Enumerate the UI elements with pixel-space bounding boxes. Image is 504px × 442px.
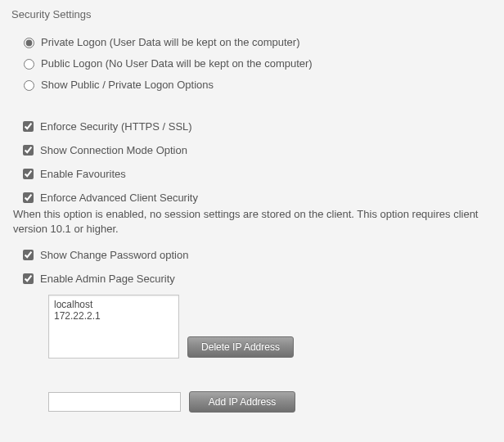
ip-address-input[interactable] <box>48 392 181 412</box>
enforce-adv-client-checkbox[interactable] <box>23 192 34 203</box>
enforce-security-label: Enforce Security (HTTPS / SSL) <box>40 120 192 133</box>
show-change-pw-checkbox[interactable] <box>23 250 34 260</box>
add-ip-button[interactable]: Add IP Address <box>189 391 295 413</box>
enable-favourites-label: Enable Favourites <box>40 168 126 180</box>
enforce-security-checkbox[interactable] <box>23 121 34 132</box>
enable-admin-sec-label: Enable Admin Page Security <box>40 273 175 285</box>
enable-admin-sec-checkbox[interactable] <box>23 273 34 284</box>
public-logon-label: Public Logon (No User Data will be kept … <box>41 57 313 70</box>
enforce-adv-client-label: Enforce Advanced Client Security <box>40 192 198 204</box>
private-logon-radio[interactable] <box>24 38 34 48</box>
page-title: Security Settings <box>11 8 493 20</box>
delete-ip-button[interactable]: Delete IP Address <box>187 336 294 358</box>
public-logon-radio[interactable] <box>24 59 34 70</box>
show-conn-mode-checkbox[interactable] <box>23 145 34 156</box>
private-logon-label: Private Logon (User Data will be kept on… <box>41 36 300 48</box>
ip-address-list[interactable] <box>48 295 179 359</box>
show-conn-mode-label: Show Connection Mode Option <box>40 144 187 156</box>
enforce-adv-client-help: When this option is enabled, no session … <box>13 207 493 236</box>
show-logon-options-radio[interactable] <box>24 80 34 91</box>
show-change-pw-label: Show Change Password option <box>40 249 188 261</box>
enable-favourites-checkbox[interactable] <box>23 169 34 179</box>
show-logon-options-label: Show Public / Private Logon Options <box>41 79 214 91</box>
